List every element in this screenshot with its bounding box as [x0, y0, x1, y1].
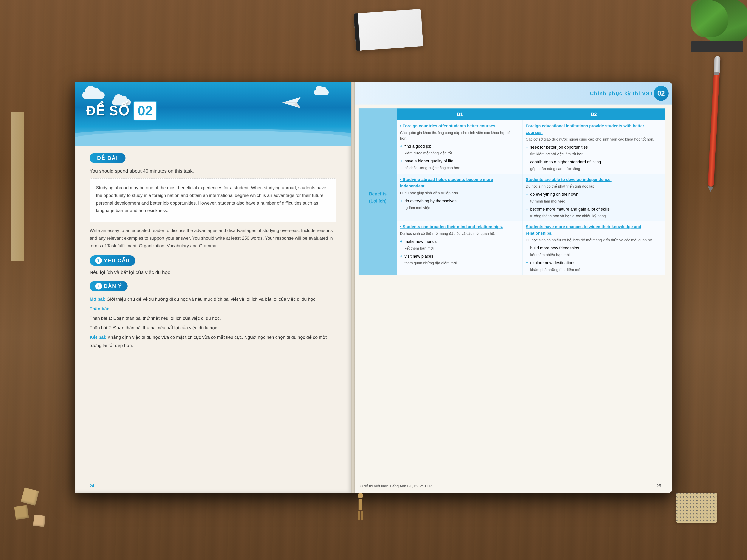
b1-item-5-vi: kết thêm bạn mới — [405, 245, 519, 251]
b1-item-3: + do everything by themselves tự làm mọi… — [400, 198, 519, 211]
b1-header: B1 — [397, 108, 522, 121]
mo-bai-text: Giới thiệu chủ đề về xu hướng đi du học … — [107, 297, 317, 302]
b2-item-2-vi: góp phần nâng cao mức sống — [530, 166, 662, 171]
ket-bai-text: Khẳng định việc đi du học vừa có mặt tíc… — [89, 335, 327, 348]
cube-2 — [14, 505, 29, 520]
figure-leg-1 — [358, 511, 360, 520]
notebook — [354, 9, 423, 51]
yeu-cau-badge: ? YÊU CẦU — [89, 256, 135, 266]
vstep-title: Chinh phục kỳ thi VSTEP — [590, 90, 661, 97]
pen-tip-icon — [707, 186, 714, 192]
b1-main-2: • Studying abroad helps students become … — [400, 176, 519, 189]
page-right: Chinh phục kỳ thi VSTEP 02 B1 B2 Benefit… — [351, 82, 672, 493]
b2-cell-1: Foreign educational institutions provide… — [523, 120, 665, 174]
paper-plane-icon — [282, 97, 304, 108]
than-bai-para2: Thân bài 2: Đoạn thân bài thứ hai nêu bấ… — [89, 324, 336, 332]
b2-main-3: Students have more chances to widen thei… — [526, 223, 662, 237]
left-page-content: ĐỀ BÀI You should spend about 40 minutes… — [75, 145, 351, 358]
notebook-cover — [358, 9, 423, 51]
table-row: Benefits(Lợi ích) • Foreign countries of… — [359, 120, 665, 174]
dan-y-label: DÀN Ý — [104, 283, 122, 289]
page-left: ĐỀ SỐ 02 ĐỀ BÀI You should spend about 4… — [75, 82, 351, 493]
pen-cap — [714, 56, 721, 73]
b2-item-4: + become more mature and gain a lot of s… — [526, 206, 662, 219]
b1-main-1-vi: Các quốc gia khác thường cung cấp cho si… — [400, 130, 519, 141]
b2-item-5: + build more new friendships kết thêm nh… — [526, 245, 662, 258]
b1-item-2-label: have a higher quality of life — [405, 158, 519, 164]
b2-cell-2: Students are able to develop independenc… — [523, 174, 665, 221]
table-row: • Studying abroad helps students become … — [359, 174, 665, 221]
b1-item-5-label: make new friends — [405, 238, 519, 245]
empty-header — [359, 108, 397, 121]
b2-item-2-label: contribute to a higher standard of livin… — [530, 159, 662, 165]
chapter-number-badge: 02 — [654, 86, 669, 101]
b2-main-2-vi: Du học sinh có thể phát triển tính độc l… — [526, 184, 662, 189]
task-time: You should spend about 40 minutes on thi… — [89, 167, 336, 175]
b2-item-1-label: seek for better job opportunities — [530, 144, 662, 151]
benefits-table: B1 B2 Benefits(Lợi ích) • Foreign countr… — [359, 108, 665, 275]
b1-item-6-vi: tham quan những địa điểm mới — [405, 260, 519, 266]
b1-cell-3: • Students can broaden their mind and re… — [397, 221, 522, 275]
b2-item-5-vi: kết thêm nhiều bạn mới — [530, 252, 662, 258]
mo-bai-label: Mở bài: — [89, 297, 105, 302]
dan-y-badge: ☆ DÀN Ý — [89, 281, 128, 291]
table-row: • Students can broaden their mind and re… — [359, 221, 665, 275]
figure-body — [359, 499, 362, 510]
b1-item-6-label: visit new places — [405, 253, 519, 260]
de-bai-badge: ĐỀ BÀI — [89, 153, 126, 163]
page-number-left: 24 — [89, 483, 94, 488]
b1-main-2-vi: Đi du học giúp sinh viên tự lập hơn. — [400, 190, 519, 196]
b2-item-4-label: become more mature and gain a lot of ski… — [530, 206, 662, 212]
b2-item-2: + contribute to a higher standard of liv… — [526, 159, 662, 171]
b1-item-1-label: find a good job — [405, 143, 519, 150]
wooden-figure — [351, 493, 370, 530]
yeu-cau-section: ? YÊU CẦU Nêu lợi ích và bất lợi của việ… — [89, 256, 336, 275]
b1-item-2: + have a higher quality of life có chất … — [400, 158, 519, 170]
book-spine — [351, 82, 355, 493]
b2-item-3: + do everything on their own tự mình làm… — [526, 191, 662, 204]
b1-item-1: + find a good job kiếm được một công việ… — [400, 143, 519, 156]
than-bai-label: Thân bài: — [89, 306, 110, 311]
yeu-cau-icon: ? — [95, 257, 102, 264]
b2-item-6-label: explore new destinations — [530, 260, 662, 266]
b1-main-1: • Foreign countries offer students bette… — [400, 123, 519, 129]
yeu-cau-label: YÊU CẦU — [104, 258, 130, 264]
b2-item-1-vi: tìm kiếm cơ hội việc làm tốt hơn — [530, 151, 662, 157]
page-label-right: 30 đề thi viết luận Tiếng Anh B1, B2 VST… — [359, 484, 432, 488]
b2-item-6-vi: khám phá những địa điểm mới — [530, 267, 662, 272]
book: ĐỀ SỐ 02 ĐỀ BÀI You should spend about 4… — [75, 82, 672, 493]
ket-bai-label: Kết bài: — [89, 335, 106, 340]
b2-cell-3: Students have more chances to widen thei… — [523, 221, 665, 275]
yeu-cau-text: Nêu lợi ích và bất lợi của việc du học — [89, 270, 336, 275]
b1-main-3-vi: Du học sinh có thể mở mang đầu óc và các… — [400, 231, 519, 236]
b2-item-3-vi: tự mình làm mọi việc — [530, 198, 662, 204]
page-number-right: 25 — [656, 483, 661, 488]
pen-ring — [714, 72, 719, 75]
benefits-table-container: B1 B2 Benefits(Lợi ích) • Foreign countr… — [351, 105, 672, 279]
b2-item-5-label: build more new friendships — [530, 245, 662, 251]
reading-passage-box: Studying abroad may be one of the most b… — [89, 179, 336, 222]
ruler — [11, 112, 24, 261]
b2-item-6: + explore new destinations khám phá nhữn… — [526, 260, 662, 272]
b1-item-3-label: do everything by themselves — [405, 198, 519, 204]
b2-main-1-vi: Các cơ sở giáo dục nước ngoài cung cấp c… — [526, 136, 662, 142]
b2-main-3-vi: Du học sinh có nhiều cơ hội hơn để mở ma… — [526, 237, 662, 243]
pushpins-pattern — [676, 493, 717, 523]
b1-item-2-vi: có chất lượng cuộc sống cao hơn — [405, 165, 519, 170]
benefits-label: Benefits(Lợi ích) — [359, 120, 397, 275]
figure-leg-2 — [361, 511, 363, 520]
b2-item-4-vi: trưởng thành hơn và học được nhiều kỹ nă… — [530, 213, 662, 219]
plant-decoration — [676, 0, 747, 52]
b2-header: B2 — [523, 108, 665, 121]
than-bai-para1: Thân bài 1: Đoạn thân bài thứ nhất nêu l… — [89, 314, 336, 322]
figure-head — [358, 493, 363, 499]
plant-pot — [691, 41, 743, 52]
b1-item-6: + visit new places tham quan những địa đ… — [400, 253, 519, 266]
cube-3 — [33, 515, 45, 527]
b1-item-3-vi: tự làm mọi việc — [405, 205, 519, 211]
dan-y-section: ☆ DÀN Ý Mở bài: Giới thiệu chủ đề về xu … — [89, 281, 336, 349]
b2-item-3-label: do everything on their own — [530, 191, 662, 197]
b1-main-3: • Students can broaden their mind and re… — [400, 223, 519, 230]
b1-item-5: + make new friends kết thêm bạn mới — [400, 238, 519, 251]
de-so-label: ĐỀ SỐ 02 — [86, 101, 157, 121]
